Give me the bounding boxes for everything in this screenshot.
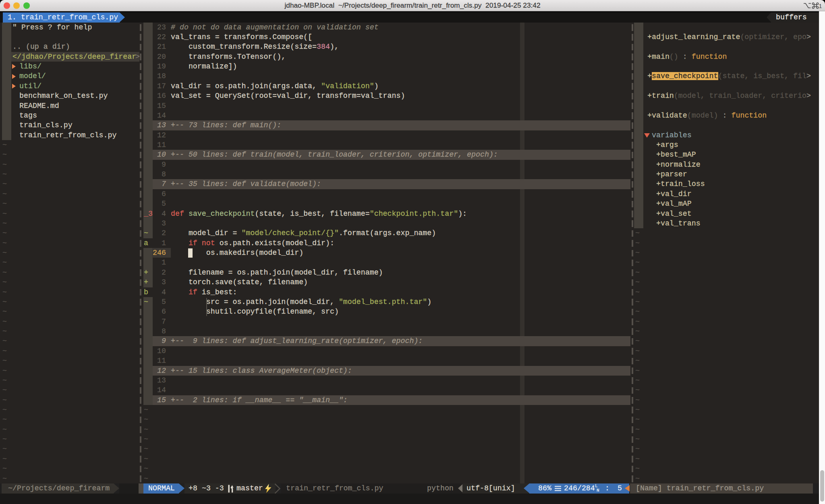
svg-text:1: 1 [819,3,822,9]
